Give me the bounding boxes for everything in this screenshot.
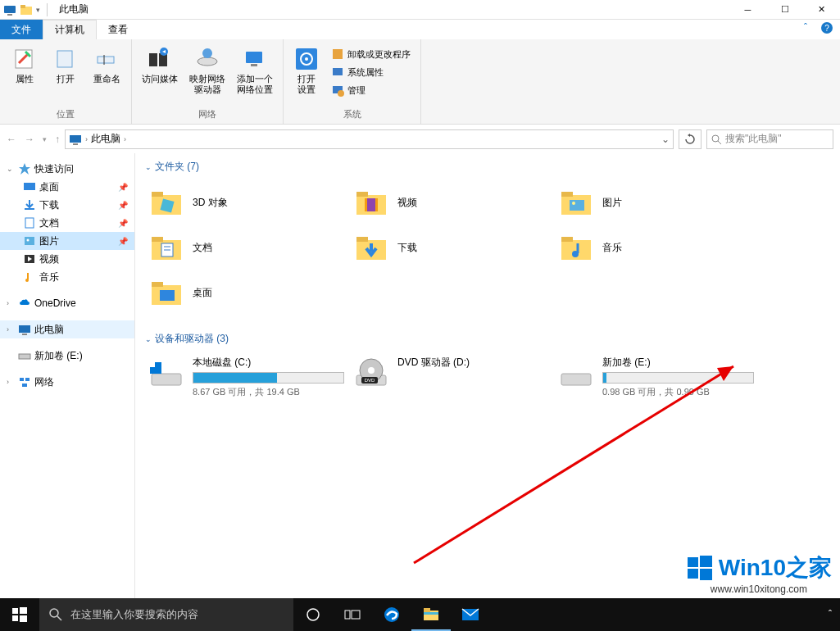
qat-dropdown-icon[interactable]: ▾ <box>36 6 40 14</box>
svg-rect-76 <box>688 569 698 579</box>
navbar: ← → ▾ ↑ › 此电脑 › ⌄ 搜索"此电脑" <box>0 125 840 153</box>
ribbon-group-system: 打开 设置 卸载或更改程序 系统属性 管理 系统 <box>284 39 421 124</box>
back-button[interactable]: ← <box>7 134 16 145</box>
sidebar-item-music[interactable]: 音乐 <box>0 268 134 286</box>
sidebar-item-desktop[interactable]: 桌面 📌 <box>0 178 134 196</box>
taskview-icon[interactable] <box>333 598 372 631</box>
drives-section-header[interactable]: ⌄ 设备和驱动器 (3) <box>145 332 830 346</box>
sidebar-item-videos[interactable]: 视频 <box>0 250 134 268</box>
search-input[interactable]: 搜索"此电脑" <box>706 129 833 149</box>
recent-dropdown-icon[interactable]: ▾ <box>43 135 47 143</box>
svg-rect-48 <box>561 192 573 197</box>
svg-point-30 <box>27 239 30 242</box>
access-media-button[interactable]: 访问媒体 <box>138 43 181 107</box>
ribbon-tabs: 文件 计算机 查看 ˆ ? <box>0 20 840 39</box>
svg-rect-36 <box>20 378 24 381</box>
svg-rect-3 <box>20 5 25 8</box>
sidebar-item-onedrive[interactable]: › OneDrive <box>0 294 134 312</box>
sidebar-item-thispc[interactable]: › 此电脑 <box>0 320 134 338</box>
manage-button[interactable]: 管理 <box>328 82 414 98</box>
sidebar-item-network[interactable]: › 网络 <box>0 373 134 391</box>
breadcrumb-dropdown-icon[interactable]: ⌄ <box>661 134 670 145</box>
search-icon <box>49 608 62 621</box>
win-logo-icon <box>686 554 714 582</box>
svg-rect-85 <box>345 611 350 619</box>
svg-rect-37 <box>25 378 30 381</box>
open-settings-button[interactable]: 打开 设置 <box>290 43 323 107</box>
svg-rect-79 <box>20 607 27 614</box>
drive-e[interactable]: 新加卷 (E:) 0.98 GB 可用，共 0.99 GB <box>555 352 760 402</box>
sidebar-item-pictures[interactable]: 图片 📌 <box>0 232 134 250</box>
svg-rect-33 <box>19 325 30 333</box>
svg-rect-80 <box>12 615 18 621</box>
svg-rect-22 <box>70 135 81 143</box>
pc-icon <box>69 133 82 146</box>
tray-expand-icon[interactable]: ˆ <box>820 598 840 631</box>
svg-rect-18 <box>333 49 343 59</box>
tab-view[interactable]: 查看 <box>97 20 139 39</box>
folders-section-header[interactable]: ⌄ 文件夹 (7) <box>145 160 830 174</box>
taskbar-search-input[interactable]: 在这里输入你要搜索的内容 <box>39 598 293 631</box>
sidebar-item-newvolume[interactable]: 新加卷 (E:) <box>0 347 134 365</box>
folder-videos[interactable]: 视频 <box>350 180 555 225</box>
pc-icon <box>3 3 16 16</box>
watermark: Win10之家 www.win10xitong.com <box>686 552 832 595</box>
breadcrumb-item[interactable]: 此电脑 <box>91 132 120 146</box>
svg-rect-52 <box>152 237 163 242</box>
svg-point-32 <box>25 279 29 282</box>
folder-downloads[interactable]: 下载 <box>350 225 555 270</box>
cortana-icon[interactable] <box>293 598 333 631</box>
svg-rect-34 <box>22 334 27 335</box>
folder-icon[interactable] <box>20 3 33 16</box>
minimize-button[interactable]: ─ <box>729 0 766 20</box>
svg-point-69 <box>368 367 375 374</box>
svg-point-50 <box>572 202 575 205</box>
svg-rect-66 <box>150 362 155 367</box>
svg-line-25 <box>718 141 721 144</box>
svg-rect-38 <box>22 384 27 387</box>
folder-music[interactable]: 音乐 <box>555 225 760 270</box>
refresh-button[interactable] <box>679 129 702 149</box>
add-network-button[interactable]: 添加一个 网络位置 <box>234 43 276 107</box>
pin-icon: 📌 <box>118 237 128 246</box>
drive-c[interactable]: 本地磁盘 (C:) 8.67 GB 可用，共 19.4 GB <box>145 352 350 402</box>
svg-rect-57 <box>356 237 368 242</box>
svg-line-83 <box>57 616 61 620</box>
drive-e-fill <box>603 373 606 383</box>
taskbar: 在这里输入你要搜索的内容 ˆ <box>0 598 840 631</box>
explorer-icon[interactable] <box>411 598 451 631</box>
sidebar-item-quick-access[interactable]: ⌄ 快速访问 <box>0 160 134 178</box>
system-properties-button[interactable]: 系统属性 <box>328 64 414 80</box>
rename-button[interactable]: 重命名 <box>89 43 125 107</box>
search-icon <box>711 134 722 145</box>
sidebar-item-documents[interactable]: 文档 📌 <box>0 214 134 232</box>
open-button[interactable]: 打开 <box>48 43 84 107</box>
map-drive-button[interactable]: 映射网络 驱动器 <box>186 43 229 107</box>
maximize-button[interactable]: ☐ <box>766 0 803 20</box>
ribbon-collapse-icon[interactable]: ˆ <box>797 20 814 36</box>
folder-desktop[interactable]: 桌面 <box>145 270 350 316</box>
sidebar-item-downloads[interactable]: 下载 📌 <box>0 196 134 214</box>
help-icon[interactable]: ? <box>819 20 835 36</box>
properties-button[interactable]: 属性 <box>7 43 43 107</box>
start-button[interactable] <box>0 598 39 631</box>
edge-icon[interactable] <box>372 598 411 631</box>
up-button[interactable]: ↑ <box>55 134 60 145</box>
svg-rect-23 <box>73 143 78 145</box>
tab-file[interactable]: 文件 <box>0 20 43 39</box>
drive-c-fill <box>193 373 277 383</box>
drive-dvd[interactable]: DVD DVD 驱动器 (D:) <box>350 352 555 402</box>
breadcrumb[interactable]: › 此电脑 › ⌄ <box>65 129 674 149</box>
mail-icon[interactable] <box>451 598 490 631</box>
svg-rect-19 <box>333 68 343 75</box>
tab-computer[interactable]: 计算机 <box>43 20 97 39</box>
folder-3dobjects[interactable]: 3D 对象 <box>145 180 350 225</box>
ribbon-group-location: 属性 打开 重命名 位置 <box>0 39 132 124</box>
folder-documents[interactable]: 文档 <box>145 225 350 270</box>
sidebar: ⌄ 快速访问 桌面 📌 下载 📌 文档 📌 图片 📌 视频 <box>0 153 135 608</box>
forward-button[interactable]: → <box>25 134 34 145</box>
svg-rect-28 <box>25 218 34 228</box>
close-button[interactable]: ✕ <box>803 0 840 20</box>
uninstall-programs-button[interactable]: 卸载或更改程序 <box>328 46 414 62</box>
folder-pictures[interactable]: 图片 <box>555 180 760 225</box>
